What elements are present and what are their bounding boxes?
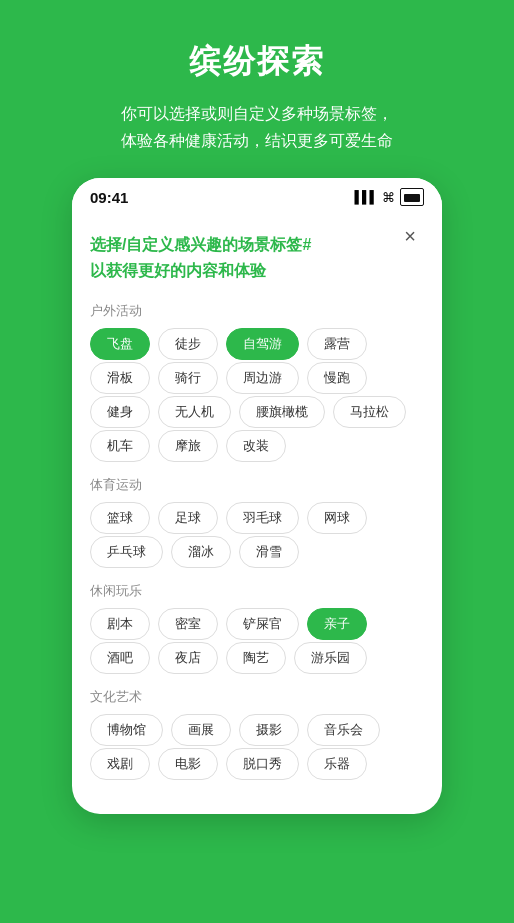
tag-button[interactable]: 改装: [226, 430, 286, 462]
tag-button[interactable]: 马拉松: [333, 396, 406, 428]
categories-container: 户外活动飞盘徒步自驾游露营滑板骑行周边游慢跑健身无人机腰旗橄榄马拉松机车摩旅改装…: [90, 302, 424, 780]
header-subtitle: 你可以选择或则自定义多种场景标签，体验各种健康活动，结识更多可爱生命: [24, 100, 490, 154]
tags-row: 戏剧电影脱口秀乐器: [90, 748, 424, 780]
modal-title: 选择/自定义感兴趣的场景标签#以获得更好的内容和体验: [90, 232, 424, 283]
tag-button[interactable]: 周边游: [226, 362, 299, 394]
tag-button[interactable]: 乐器: [307, 748, 367, 780]
tags-row: 篮球足球羽毛球网球: [90, 502, 424, 534]
status-icons: ▌▌▌ ⌘: [354, 188, 424, 206]
tag-button[interactable]: 戏剧: [90, 748, 150, 780]
tag-button[interactable]: 陶艺: [226, 642, 286, 674]
tags-row: 健身无人机腰旗橄榄马拉松: [90, 396, 424, 428]
tag-button[interactable]: 足球: [158, 502, 218, 534]
tags-row: 飞盘徒步自驾游露营: [90, 328, 424, 360]
close-button[interactable]: ×: [396, 222, 424, 250]
tag-button[interactable]: 乒乓球: [90, 536, 163, 568]
tags-row: 剧本密室铲屎官亲子: [90, 608, 424, 640]
tag-button[interactable]: 羽毛球: [226, 502, 299, 534]
signal-icon: ▌▌▌: [354, 190, 377, 204]
tags-row: 酒吧夜店陶艺游乐园: [90, 642, 424, 674]
tag-button[interactable]: 无人机: [158, 396, 231, 428]
tags-row: 滑板骑行周边游慢跑: [90, 362, 424, 394]
header-title: 缤纷探索: [24, 40, 490, 84]
category-label: 体育运动: [90, 476, 424, 494]
category-section: 户外活动飞盘徒步自驾游露营滑板骑行周边游慢跑健身无人机腰旗橄榄马拉松机车摩旅改装: [90, 302, 424, 462]
tag-button[interactable]: 飞盘: [90, 328, 150, 360]
category-label: 休闲玩乐: [90, 582, 424, 600]
header-section: 缤纷探索 你可以选择或则自定义多种场景标签，体验各种健康活动，结识更多可爱生命: [0, 0, 514, 178]
tag-button[interactable]: 网球: [307, 502, 367, 534]
tag-button[interactable]: 摩旅: [158, 430, 218, 462]
wifi-icon: ⌘: [382, 190, 395, 205]
tag-button[interactable]: 剧本: [90, 608, 150, 640]
modal-content: 选择/自定义感兴趣的场景标签#以获得更好的内容和体验 户外活动飞盘徒步自驾游露营…: [72, 210, 442, 813]
tag-button[interactable]: 机车: [90, 430, 150, 462]
tags-row: 博物馆画展摄影音乐会: [90, 714, 424, 746]
status-bar: 09:41 ▌▌▌ ⌘: [72, 178, 442, 210]
category-section: 文化艺术博物馆画展摄影音乐会戏剧电影脱口秀乐器: [90, 688, 424, 780]
tag-button[interactable]: 骑行: [158, 362, 218, 394]
phone-frame: 09:41 ▌▌▌ ⌘ × 选择/自定义感兴趣的场景标签#以获得更好的内容和体验…: [72, 178, 442, 813]
tag-button[interactable]: 溜冰: [171, 536, 231, 568]
category-label: 文化艺术: [90, 688, 424, 706]
battery-icon: [400, 188, 424, 206]
tag-button[interactable]: 铲屎官: [226, 608, 299, 640]
tag-button[interactable]: 酒吧: [90, 642, 150, 674]
tag-button[interactable]: 慢跑: [307, 362, 367, 394]
tag-button[interactable]: 电影: [158, 748, 218, 780]
tag-button[interactable]: 亲子: [307, 608, 367, 640]
tag-button[interactable]: 音乐会: [307, 714, 380, 746]
category-label: 户外活动: [90, 302, 424, 320]
tag-button[interactable]: 博物馆: [90, 714, 163, 746]
status-time: 09:41: [90, 189, 128, 206]
tags-row: 机车摩旅改装: [90, 430, 424, 462]
tag-button[interactable]: 健身: [90, 396, 150, 428]
tag-button[interactable]: 夜店: [158, 642, 218, 674]
tags-row: 乒乓球溜冰滑雪: [90, 536, 424, 568]
category-section: 体育运动篮球足球羽毛球网球乒乓球溜冰滑雪: [90, 476, 424, 568]
tag-button[interactable]: 画展: [171, 714, 231, 746]
tag-button[interactable]: 露营: [307, 328, 367, 360]
category-section: 休闲玩乐剧本密室铲屎官亲子酒吧夜店陶艺游乐园: [90, 582, 424, 674]
tag-button[interactable]: 滑板: [90, 362, 150, 394]
tag-button[interactable]: 游乐园: [294, 642, 367, 674]
tag-button[interactable]: 徒步: [158, 328, 218, 360]
tag-button[interactable]: 自驾游: [226, 328, 299, 360]
tag-button[interactable]: 篮球: [90, 502, 150, 534]
tag-button[interactable]: 脱口秀: [226, 748, 299, 780]
tag-button[interactable]: 腰旗橄榄: [239, 396, 325, 428]
tag-button[interactable]: 密室: [158, 608, 218, 640]
tag-button[interactable]: 摄影: [239, 714, 299, 746]
tag-button[interactable]: 滑雪: [239, 536, 299, 568]
